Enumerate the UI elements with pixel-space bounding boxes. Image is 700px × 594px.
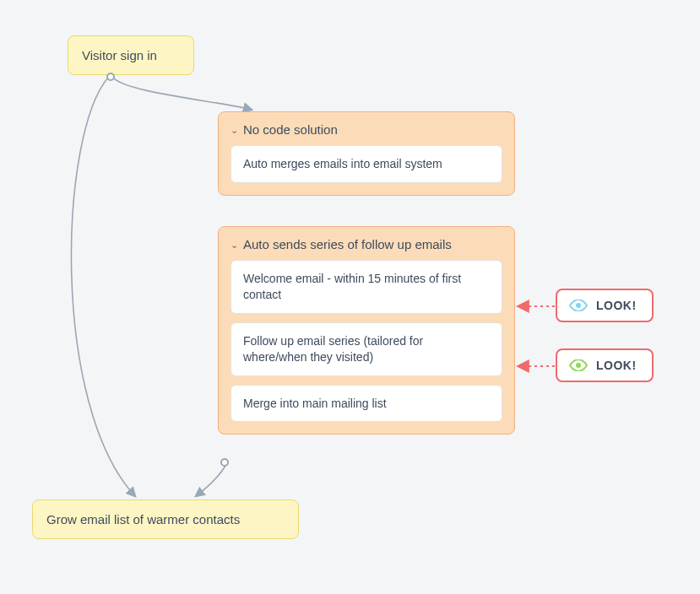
card-text: Merge into main mailing list	[243, 397, 387, 410]
port-group2-out[interactable]	[220, 458, 229, 467]
chevron-down-icon: ⌄	[231, 240, 238, 251]
callout-look-2[interactable]: LOOK!	[556, 348, 654, 382]
callout-text: LOOK!	[596, 359, 637, 372]
card-text: Follow up email series (tailored for whe…	[243, 334, 423, 364]
card-welcome-email[interactable]: Welcome email - within 15 minutes of fir…	[231, 260, 502, 314]
node-label: Grow email list of warmer contacts	[46, 512, 240, 526]
callout-text: LOOK!	[596, 299, 637, 312]
card-text: Auto merges emails into email system	[243, 157, 442, 170]
card-text: Welcome email - within 15 minutes of fir…	[243, 272, 461, 301]
group-header[interactable]: ⌄ Auto sends series of follow up emails	[231, 237, 502, 251]
card-auto-merge[interactable]: Auto merges emails into email system	[231, 145, 502, 183]
group-no-code-solution[interactable]: ⌄ No code solution Auto merges emails in…	[218, 111, 515, 196]
port-visitor-out[interactable]	[106, 73, 115, 81]
node-label: Visitor sign in	[82, 48, 157, 62]
card-followup-series[interactable]: Follow up email series (tailored for whe…	[231, 322, 502, 376]
node-visitor-sign-in[interactable]: Visitor sign in	[68, 35, 194, 75]
node-grow-email-list[interactable]: Grow email list of warmer contacts	[32, 500, 299, 539]
svg-point-0	[576, 303, 581, 308]
group-title: No code solution	[243, 122, 338, 137]
group-auto-sends[interactable]: ⌄ Auto sends series of follow up emails …	[218, 226, 515, 435]
svg-point-1	[576, 363, 581, 368]
card-merge-list[interactable]: Merge into main mailing list	[231, 385, 502, 423]
callout-look-1[interactable]: LOOK!	[556, 289, 654, 322]
group-header[interactable]: ⌄ No code solution	[231, 122, 502, 137]
chevron-down-icon: ⌄	[231, 125, 238, 136]
group-title: Auto sends series of follow up emails	[243, 237, 452, 251]
eye-icon	[569, 300, 588, 311]
eye-icon	[569, 359, 588, 371]
